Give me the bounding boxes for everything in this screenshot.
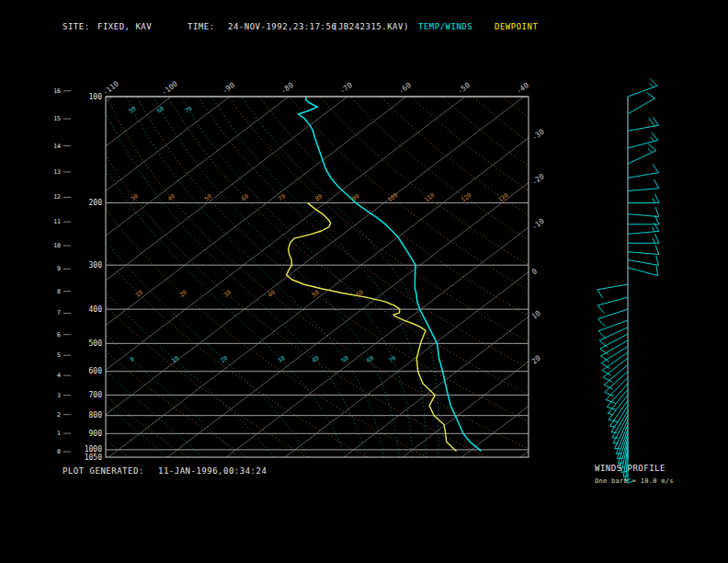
- svg-text:30: 30: [277, 354, 287, 364]
- plot-generated-label: PLOT GENERATED:: [63, 466, 144, 476]
- isotherm-labels-top: -110-100-90-80-70-60-50-40: [101, 80, 530, 98]
- svg-text:-60: -60: [397, 81, 413, 96]
- pressure-gridlines: [106, 97, 529, 450]
- svg-text:12: 12: [53, 193, 61, 201]
- svg-text:6: 6: [57, 331, 61, 339]
- svg-text:15: 15: [53, 115, 61, 122]
- svg-text:80: 80: [313, 192, 324, 202]
- svg-text:30: 30: [130, 192, 140, 202]
- svg-text:5: 5: [57, 351, 61, 359]
- svg-text:16: 16: [53, 87, 61, 95]
- svg-text:0: 0: [530, 267, 539, 276]
- svg-text:200: 200: [89, 199, 103, 207]
- svg-text:800: 800: [89, 411, 103, 419]
- svg-text:3: 3: [57, 392, 61, 399]
- plot-area: [0, 97, 728, 457]
- svg-text:60: 60: [365, 354, 375, 364]
- site-value: FIXED, KAV: [97, 22, 152, 31]
- svg-text:90: 90: [350, 192, 360, 202]
- winds-profile-subtitle: One barb = 10.0 m/s: [595, 477, 674, 485]
- svg-text:20: 20: [530, 353, 542, 365]
- file-id: (JB242315.KAV): [333, 22, 409, 31]
- time-value: 24-NOV-1992,23:17:56: [228, 22, 336, 31]
- svg-text:4: 4: [57, 372, 61, 379]
- svg-text:-10: -10: [530, 217, 546, 232]
- svg-text:7: 7: [57, 309, 61, 316]
- svg-text:50: 50: [203, 192, 213, 202]
- plot-generated-value: 11-JAN-1996,00:34:24: [158, 466, 267, 476]
- svg-text:-40: -40: [515, 81, 530, 96]
- svg-text:100: 100: [89, 93, 103, 101]
- site-label: SITE:: [63, 22, 90, 31]
- svg-text:-20: -20: [530, 172, 546, 187]
- svg-text:-80: -80: [279, 81, 295, 96]
- svg-text:-70: -70: [338, 81, 354, 96]
- time-label: TIME:: [188, 22, 215, 31]
- svg-text:-30: -30: [530, 127, 546, 142]
- svg-text:400: 400: [89, 305, 103, 314]
- wind-barbs: [597, 79, 659, 484]
- svg-text:8: 8: [57, 288, 61, 295]
- legend-dewpoint: DEWPOINT: [495, 22, 538, 31]
- svg-text:9: 9: [57, 265, 61, 272]
- isotherms: [0, 97, 728, 457]
- svg-text:40: 40: [267, 289, 277, 299]
- dewpoint-trace: [287, 203, 457, 452]
- svg-text:600: 600: [89, 367, 103, 375]
- svg-text:900: 900: [89, 430, 103, 438]
- svg-text:700: 700: [89, 391, 103, 399]
- svg-text:50: 50: [128, 105, 138, 115]
- svg-text:60: 60: [240, 192, 250, 202]
- svg-text:11: 11: [53, 218, 61, 225]
- svg-text:60: 60: [155, 105, 165, 115]
- svg-text:-110: -110: [101, 80, 120, 98]
- svg-text:40: 40: [166, 192, 176, 202]
- svg-text:70: 70: [183, 105, 193, 115]
- svg-text:50: 50: [340, 354, 350, 364]
- svg-text:1050: 1050: [85, 454, 102, 462]
- isotherm-labels-right: -30-20-1001020: [530, 127, 546, 365]
- svg-text:20: 20: [178, 289, 188, 299]
- pressure-labels: 10020030040050060070080090010001050: [85, 93, 102, 462]
- svg-text:0: 0: [129, 355, 136, 363]
- svg-text:10: 10: [53, 242, 61, 249]
- svg-text:-50: -50: [456, 81, 472, 96]
- svg-text:0: 0: [57, 448, 61, 455]
- svg-text:-100: -100: [160, 80, 179, 98]
- svg-text:10: 10: [170, 354, 180, 364]
- svg-text:70: 70: [387, 354, 397, 364]
- svg-text:-90: -90: [221, 81, 236, 96]
- svg-text:130: 130: [496, 191, 509, 204]
- svg-text:20: 20: [219, 354, 229, 364]
- dry-adiabats: [0, 97, 728, 457]
- svg-text:2: 2: [57, 411, 61, 419]
- svg-text:13: 13: [53, 168, 61, 176]
- svg-text:110: 110: [423, 191, 436, 204]
- svg-text:10: 10: [530, 309, 542, 321]
- svg-text:14: 14: [53, 143, 61, 150]
- svg-text:500: 500: [89, 339, 103, 348]
- winds-profile-title: WINDS PROFILE: [595, 464, 665, 473]
- skewt-screen: 1002003004005006007008009001000105001234…: [0, 0, 728, 563]
- svg-text:1: 1: [57, 430, 61, 437]
- legend-temp-winds: TEMP/WINDS: [418, 22, 472, 31]
- height-axis: 012345678910111213141516: [53, 87, 71, 455]
- svg-text:300: 300: [89, 261, 103, 270]
